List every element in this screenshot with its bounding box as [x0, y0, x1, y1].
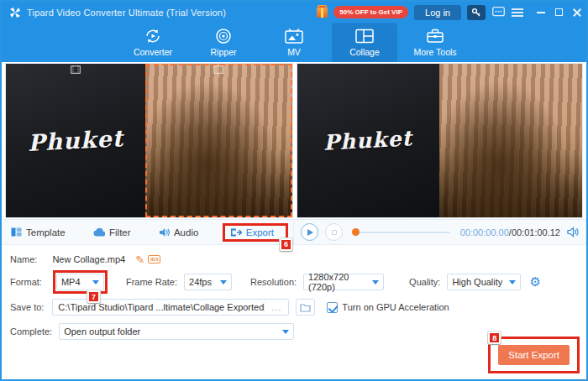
format-callout-box: MP4 7	[53, 270, 108, 294]
collage-icon	[354, 28, 375, 44]
promo-badge[interactable]: 50% OFF to Get VIP	[333, 6, 408, 18]
tab-template[interactable]: Template	[7, 225, 70, 240]
close-button[interactable]	[573, 8, 581, 17]
collage-preview-panel: Phuket	[297, 63, 584, 218]
gpu-acceleration-checkbox[interactable]: Turn on GPU Acceleration	[327, 302, 449, 313]
menu-icon[interactable]	[511, 6, 524, 19]
tipard-logo-icon	[8, 6, 22, 19]
checkbox-checked-icon[interactable]	[327, 302, 338, 313]
gpu-label: Turn on GPU Acceleration	[342, 302, 449, 312]
tab-export-label: Export	[246, 227, 274, 237]
play-button[interactable]	[301, 223, 318, 241]
tab-collage[interactable]: Collage	[332, 23, 397, 62]
edit-name-icon[interactable]: ✎	[135, 253, 144, 266]
stop-icon	[332, 230, 337, 235]
complete-label: Complete:	[10, 326, 52, 337]
hamburger-glyph	[512, 8, 523, 17]
stop-button[interactable]	[325, 223, 343, 241]
ripper-icon	[214, 28, 233, 44]
export-icon	[230, 227, 242, 237]
tab-ripper[interactable]: Ripper	[191, 23, 256, 62]
minimize-button[interactable]	[537, 12, 545, 13]
framerate-select[interactable]: 24fps	[184, 274, 232, 290]
tab-audio[interactable]: Audio	[155, 225, 202, 240]
tab-more-tools[interactable]: More Tools	[402, 23, 468, 62]
titlebar: Tipard Video Converter Ultimate (Trial V…	[2, 2, 586, 23]
window-title: Tipard Video Converter Ultimate (Trial V…	[27, 8, 226, 18]
quality-label: Quality:	[409, 277, 440, 287]
tab-mv[interactable]: MV	[261, 23, 327, 62]
total-time: 00:01:00.12	[512, 227, 560, 237]
seek-knob[interactable]	[352, 228, 360, 236]
format-value: MP4	[61, 277, 81, 287]
preview-cell-title: Phuket	[297, 64, 439, 217]
play-icon	[307, 229, 313, 236]
start-export-zone: Start Export 8	[488, 337, 580, 373]
chevron-down-icon	[509, 280, 516, 284]
chevron-down-icon	[282, 330, 289, 334]
tab-converter-label: Converter	[134, 47, 172, 57]
app-window: Tipard Video Converter Ultimate (Trial V…	[0, 0, 588, 381]
player-controls: 00:00:00.00/00:01:00.12	[294, 220, 586, 244]
register-key-icon[interactable]	[467, 5, 486, 20]
editor-toolbar: Template Filter Audio Export 6 00:00:00.…	[2, 219, 586, 245]
video-caption-text: Phuket	[27, 125, 123, 156]
tab-filter-label: Filter	[109, 227, 131, 237]
collage-cell-video[interactable]	[145, 64, 292, 217]
chevron-down-icon	[372, 280, 379, 284]
complete-select[interactable]: Open output folder	[59, 323, 294, 340]
filter-icon	[93, 227, 105, 237]
format-select[interactable]: MP4	[56, 274, 104, 290]
browse-button[interactable]: ...	[264, 302, 288, 312]
converter-icon	[144, 28, 162, 44]
tab-mv-label: MV	[287, 47, 301, 57]
preview-area: Phuket Phuket	[2, 62, 586, 219]
saveto-path: C:\Tipard Studio\Tipard ...ltimate\Colla…	[53, 302, 264, 312]
preview-cell-video	[439, 64, 582, 217]
folder-icon	[300, 303, 311, 312]
framerate-value: 24fps	[189, 277, 212, 287]
start-export-button[interactable]: Start Export	[498, 345, 570, 365]
video-caption-text: Phuket	[323, 126, 412, 155]
film-clip-icon	[71, 65, 81, 74]
tab-converter[interactable]: Converter	[120, 23, 186, 62]
tab-more-tools-label: More Tools	[413, 47, 456, 57]
collage-cell-title[interactable]: Phuket	[6, 64, 145, 217]
callout-badge-8: 8	[488, 331, 501, 344]
film-clip-icon	[213, 65, 223, 74]
feedback-icon[interactable]	[491, 6, 505, 19]
open-folder-button[interactable]	[296, 299, 315, 316]
seek-slider[interactable]	[353, 232, 450, 233]
current-time: 00:00:00.00	[460, 227, 509, 237]
login-button[interactable]: Log in	[414, 5, 461, 20]
resolution-select[interactable]: 1280x720 (720p)	[303, 274, 384, 290]
resolution-value: 1280x720 (720p)	[308, 272, 367, 292]
tab-ripper-label: Ripper	[211, 47, 237, 57]
volume-icon[interactable]	[567, 227, 580, 237]
quality-value: High Quality	[452, 277, 502, 287]
id3-metadata-icon[interactable]: ID3	[148, 255, 160, 264]
chevron-down-icon	[220, 280, 227, 284]
tab-template-label: Template	[26, 227, 66, 237]
main-nav: Converter Ripper MV Collage More Tools	[2, 23, 586, 62]
resolution-label: Resolution:	[250, 277, 297, 287]
start-export-callout-box: Start Export 8	[488, 337, 580, 373]
name-label: Name:	[10, 254, 37, 264]
tab-export[interactable]: Export 6	[223, 223, 288, 242]
gift-icon[interactable]	[317, 8, 328, 18]
name-value: New Collage.mp4	[52, 254, 125, 264]
complete-value: Open output folder	[64, 326, 140, 337]
tab-audio-label: Audio	[174, 227, 198, 237]
export-settings: Name: New Collage.mp4 ✎ ID3 Format: MP4 …	[2, 245, 586, 381]
framerate-label: Frame Rate:	[126, 277, 177, 287]
maximize-button[interactable]	[555, 8, 563, 16]
audio-icon	[159, 227, 170, 237]
template-icon	[11, 227, 22, 237]
saveto-label: Save to:	[10, 302, 44, 312]
quality-select[interactable]: High Quality	[447, 274, 521, 290]
mv-icon	[284, 28, 304, 44]
more-tools-icon	[426, 28, 444, 44]
gear-icon[interactable]: ⚙	[529, 274, 540, 290]
tab-filter[interactable]: Filter	[89, 225, 135, 240]
collage-editor-panel[interactable]: Phuket	[5, 63, 293, 218]
